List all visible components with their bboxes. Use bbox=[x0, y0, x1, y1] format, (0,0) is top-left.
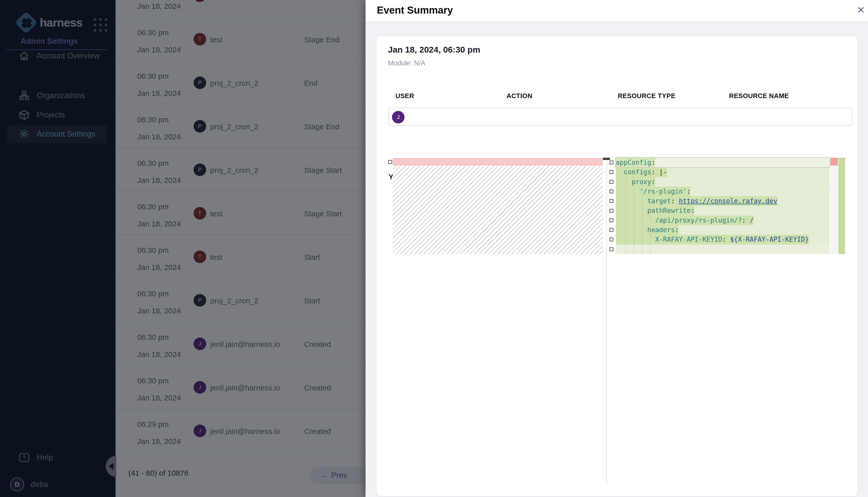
diff-gutter-marker bbox=[609, 199, 614, 203]
code-line: target: https://console.rafay.dev bbox=[616, 196, 830, 206]
diff-gutter-marker bbox=[609, 189, 614, 194]
diff-removed-line bbox=[393, 158, 603, 165]
overview-ruler-added-marker bbox=[838, 158, 845, 254]
diff-gutter-marker bbox=[609, 218, 614, 222]
code-line: appConfig: bbox=[616, 158, 830, 167]
modal-header: Event Summary ✕ bbox=[366, 0, 868, 22]
diff-gutter-marker bbox=[609, 180, 614, 184]
code-line: proxy: bbox=[616, 177, 830, 187]
diff-added-code-pane[interactable]: appConfig: configs: |- proxy: '/rs-plugi… bbox=[616, 158, 830, 254]
diff-gutter-marker bbox=[609, 160, 614, 165]
modal-title: Event Summary bbox=[377, 4, 453, 16]
event-table-row: J jenil.jain@harness.io Created IDP_APP_… bbox=[388, 108, 852, 126]
event-card: Jan 18, 2024, 06:30 pm Module: N/A USER … bbox=[376, 36, 857, 496]
code-line: X-RAFAY-API-KEYID: ${X-RAFAY-API-KEYID} bbox=[616, 235, 830, 244]
diff-gutter-marker bbox=[609, 238, 614, 241]
modal-backdrop[interactable] bbox=[0, 0, 366, 497]
event-datetime: Jan 18, 2024, 06:30 pm bbox=[388, 45, 480, 55]
code-line: '/rs-plugin': bbox=[616, 187, 830, 196]
col-header-resource-name: RESOURCE NAME bbox=[729, 92, 789, 100]
diff-gutter-marker bbox=[609, 228, 614, 232]
indent-guide bbox=[626, 168, 626, 254]
overview-ruler-removed-marker bbox=[830, 158, 838, 166]
indent-guide bbox=[642, 168, 643, 254]
diff-gutter-marker bbox=[609, 170, 614, 174]
diff-empty-filler bbox=[393, 165, 603, 254]
row-user-avatar: J bbox=[392, 111, 404, 124]
diff-gutter-marker bbox=[388, 160, 392, 164]
code-line: /api/proxy/rs-plugin/?: / bbox=[616, 215, 830, 225]
diff-gutter-marker bbox=[609, 247, 614, 251]
col-header-resource-type: RESOURCE TYPE bbox=[618, 92, 675, 100]
event-module: Module: N/A bbox=[388, 59, 425, 67]
overview-ruler[interactable] bbox=[830, 158, 838, 254]
code-link[interactable]: https://console.rafay.dev bbox=[679, 197, 777, 205]
diff-gutter-marker bbox=[609, 209, 614, 213]
code-line: headers: bbox=[616, 225, 830, 235]
close-icon[interactable]: ✕ bbox=[857, 4, 865, 16]
diff-drag-handle bbox=[603, 158, 610, 160]
col-header-action: ACTION bbox=[507, 92, 533, 100]
col-header-user: USER bbox=[396, 92, 414, 100]
code-line: configs: |- bbox=[616, 167, 830, 177]
code-line bbox=[616, 244, 830, 254]
code-line: pathRewrite: bbox=[616, 206, 830, 215]
diff-split-divider[interactable] bbox=[606, 158, 607, 485]
